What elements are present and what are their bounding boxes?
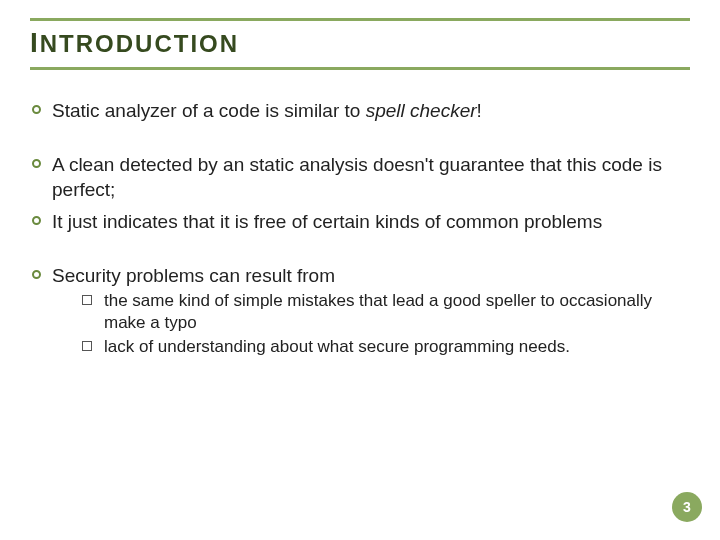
bullet-item: A clean detected by an static analysis d… [30, 152, 690, 203]
sub-bullet-text: lack of understanding about what secure … [104, 337, 570, 356]
bullet-list: Security problems can result from the sa… [30, 263, 690, 359]
slide: INTRODUCTION Static analyzer of a code i… [0, 0, 720, 540]
bullet-list: A clean detected by an static analysis d… [30, 152, 690, 235]
slide-title: INTRODUCTION [30, 30, 239, 57]
page-number: 3 [683, 499, 691, 515]
bullet-item: It just indicates that it is free of cer… [30, 209, 690, 235]
bullet-text-italic: spell checker [366, 100, 477, 121]
bullet-text-pre: Static analyzer of a code is similar to [52, 100, 366, 121]
sub-bullet-list: the same kind of simple mistakes that le… [52, 290, 690, 358]
title-initial: I [30, 27, 40, 58]
page-number-badge: 3 [672, 492, 702, 522]
sub-bullet-item: lack of understanding about what secure … [82, 336, 690, 358]
bullet-text: It just indicates that it is free of cer… [52, 211, 602, 232]
title-bar: INTRODUCTION [30, 18, 690, 70]
bullet-text-post: ! [477, 100, 482, 121]
bullet-text: A clean detected by an static analysis d… [52, 154, 662, 201]
bullet-item: Security problems can result from the sa… [30, 263, 690, 359]
spacer [30, 130, 690, 152]
bullet-item: Static analyzer of a code is similar to … [30, 98, 690, 124]
title-rest: NTRODUCTION [40, 30, 239, 57]
bullet-list: Static analyzer of a code is similar to … [30, 98, 690, 124]
bullet-text: Security problems can result from [52, 265, 335, 286]
sub-bullet-text: the same kind of simple mistakes that le… [104, 291, 652, 332]
spacer [30, 241, 690, 263]
sub-bullet-item: the same kind of simple mistakes that le… [82, 290, 690, 334]
